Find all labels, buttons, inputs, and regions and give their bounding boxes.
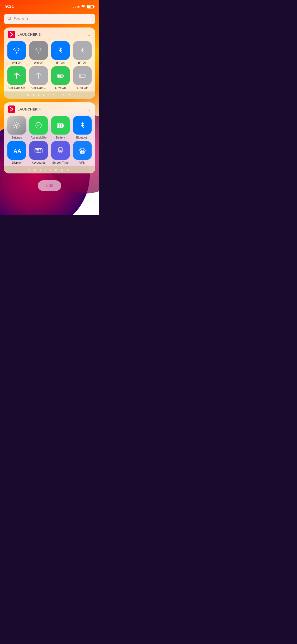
launcher4-title: LAUNCHER 4	[17, 107, 41, 111]
wifi-status-icon	[81, 5, 86, 9]
svg-rect-16	[63, 125, 64, 126]
launcher4-grid: Settings Accessibility	[4, 115, 95, 166]
app-lpm-on[interactable]: LPM On	[51, 66, 70, 89]
app-keyboards[interactable]: Keyboards	[29, 141, 49, 164]
launcher4-widget: LAUNCHER 4 ⌄ Settings	[4, 102, 95, 173]
signal-icon	[73, 6, 79, 8]
svg-rect-12	[80, 75, 81, 77]
cell-on-icon	[7, 66, 26, 85]
app-bluetooth[interactable]: Bluetooth	[72, 116, 92, 139]
status-icons	[73, 5, 94, 9]
launcher3-chevron[interactable]: ⌄	[87, 31, 91, 37]
search-icon	[7, 16, 12, 22]
svg-rect-23	[37, 149, 38, 150]
app-wifi-on[interactable]: Wifi On	[7, 41, 27, 64]
launcher3-icon	[8, 31, 15, 38]
svg-rect-26	[36, 151, 37, 151]
svg-point-13	[16, 124, 18, 126]
svg-point-1	[16, 52, 18, 54]
app-accessibility[interactable]: Accessibility	[29, 116, 49, 139]
svg-rect-22	[36, 149, 37, 150]
search-placeholder: Search	[14, 16, 28, 22]
vpn-label: VPN	[79, 161, 85, 164]
bt-off-label: BT Off	[78, 61, 86, 64]
app-battery[interactable]: Battery	[51, 116, 70, 139]
edit-button-container: Edit	[0, 177, 99, 196]
app-cell-on[interactable]: Cell Data On	[7, 66, 27, 89]
svg-point-14	[36, 122, 41, 128]
svg-rect-9	[62, 75, 62, 77]
app-vpn[interactable]: VPN	[72, 141, 92, 164]
app-settings[interactable]: Settings	[7, 116, 27, 139]
status-time: 9:31	[5, 4, 14, 9]
svg-rect-19	[62, 124, 63, 127]
wifi-off-icon	[29, 41, 48, 60]
svg-rect-18	[59, 124, 61, 127]
edit-button[interactable]: Edit	[38, 180, 61, 191]
launcher4-header-left: LAUNCHER 4	[8, 105, 41, 113]
battery-status-icon	[87, 5, 94, 8]
lpm-on-label: LPM On	[55, 86, 66, 89]
svg-rect-7	[58, 75, 60, 77]
app-bt-off[interactable]: BT Off	[72, 41, 92, 64]
display-label: Display	[12, 161, 21, 164]
svg-rect-29	[40, 151, 41, 151]
lpm-off-icon	[73, 66, 92, 85]
wifi-on-label: Wifi On	[12, 61, 21, 64]
app-lpm-off[interactable]: LPM Off	[72, 66, 92, 89]
launcher3-category: u t i l i t i e s	[4, 91, 95, 99]
svg-point-34	[82, 152, 83, 153]
app-display[interactable]: AA Display	[7, 141, 27, 164]
battery-icon-app	[51, 116, 70, 135]
status-bar: 9:31	[0, 0, 99, 12]
svg-rect-30	[36, 152, 41, 153]
cell-off-icon	[29, 66, 48, 85]
bluetooth-icon-app	[73, 116, 92, 135]
svg-rect-28	[38, 151, 39, 151]
cell-off-label: Cell Data...	[31, 86, 46, 89]
svg-rect-25	[40, 149, 41, 150]
launcher3-grid: Wifi On Wifi Off	[4, 40, 95, 91]
svg-rect-6	[63, 75, 64, 77]
svg-rect-11	[85, 75, 86, 77]
svg-text:AA: AA	[13, 148, 21, 154]
bt-off-icon	[73, 41, 92, 60]
svg-rect-8	[60, 75, 62, 77]
bt-on-label: BT On	[56, 61, 65, 64]
lpm-off-label: LPM Off	[77, 86, 88, 89]
app-wifi-off[interactable]: Wifi Off	[29, 41, 49, 64]
svg-rect-17	[57, 124, 59, 127]
screentime-label: Screen Time	[52, 161, 69, 164]
wifi-off-label: Wifi Off	[34, 61, 43, 64]
launcher3-title: LAUNCHER 3	[17, 33, 41, 36]
app-cell-off[interactable]: Cell Data...	[29, 66, 49, 89]
accessibility-icon	[29, 116, 48, 135]
cell-on-label: Cell Data On	[8, 86, 25, 89]
svg-point-31	[59, 147, 62, 149]
screentime-icon	[51, 141, 70, 160]
vpn-icon	[73, 141, 92, 160]
svg-rect-24	[38, 149, 39, 150]
app-bt-on[interactable]: BT On	[51, 41, 70, 64]
launcher4-category: S e t t i n g s	[4, 166, 95, 173]
svg-point-2	[38, 52, 39, 54]
search-container: Search	[0, 12, 99, 27]
battery-label: Battery	[56, 136, 65, 139]
settings-icon	[7, 116, 26, 135]
svg-rect-27	[37, 151, 38, 151]
keyboards-icon	[29, 141, 48, 160]
launcher3-header: LAUNCHER 3 ⌄	[4, 27, 95, 40]
lpm-on-icon	[51, 66, 70, 85]
launcher3-header-left: LAUNCHER 3	[8, 31, 41, 38]
wifi-on-icon	[7, 41, 26, 60]
launcher4-chevron[interactable]: ⌄	[87, 106, 91, 112]
bluetooth-label: Bluetooth	[76, 136, 88, 139]
keyboards-label: Keyboards	[32, 161, 46, 164]
accessibility-label: Accessibility	[31, 136, 46, 139]
launcher3-widget: LAUNCHER 3 ⌄ Wifi On	[4, 27, 95, 99]
app-screentime[interactable]: Screen Time	[51, 141, 70, 164]
search-bar[interactable]: Search	[4, 14, 95, 24]
settings-label: Settings	[12, 136, 22, 139]
launcher4-header: LAUNCHER 4 ⌄	[4, 102, 95, 115]
display-icon: AA	[7, 141, 26, 160]
